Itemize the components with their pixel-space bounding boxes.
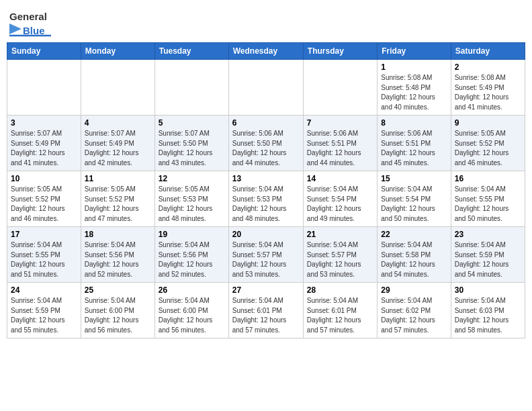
day-info: Sunrise: 5:04 AMSunset: 6:01 PMDaylight:… [307, 296, 373, 335]
calendar-cell: 4Sunrise: 5:07 AMSunset: 5:49 PMDaylight… [81, 116, 154, 171]
calendar-cell: 26Sunrise: 5:04 AMSunset: 6:00 PMDayligh… [154, 283, 228, 338]
weekday-header-wednesday: Wednesday [228, 43, 303, 60]
calendar-cell: 1Sunrise: 5:08 AMSunset: 5:48 PMDaylight… [378, 60, 451, 116]
page-header: General Blue [7, 7, 525, 37]
calendar-cell: 11Sunrise: 5:05 AMSunset: 5:52 PMDayligh… [81, 171, 154, 227]
logo: General Blue [9, 7, 56, 37]
day-info: Sunrise: 5:04 AMSunset: 5:58 PMDaylight:… [381, 240, 447, 279]
day-number: 27 [232, 285, 300, 295]
day-info: Sunrise: 5:06 AMSunset: 5:51 PMDaylight:… [381, 129, 447, 168]
day-info: Sunrise: 5:04 AMSunset: 6:03 PMDaylight:… [455, 296, 521, 335]
day-number: 12 [159, 174, 225, 183]
day-number: 23 [455, 230, 521, 239]
calendar-cell: 21Sunrise: 5:04 AMSunset: 5:57 PMDayligh… [303, 227, 377, 283]
calendar: SundayMondayTuesdayWednesdayThursdayFrid… [7, 42, 525, 338]
day-number: 18 [85, 230, 151, 239]
calendar-cell: 15Sunrise: 5:04 AMSunset: 5:54 PMDayligh… [378, 171, 451, 227]
svg-marker-1 [9, 24, 21, 34]
day-info: Sunrise: 5:07 AMSunset: 5:49 PMDaylight:… [11, 129, 77, 168]
day-info: Sunrise: 5:04 AMSunset: 5:57 PMDaylight:… [232, 240, 300, 279]
calendar-cell: 16Sunrise: 5:04 AMSunset: 5:55 PMDayligh… [451, 171, 525, 227]
day-number: 29 [381, 285, 447, 295]
week-row-4: 17Sunrise: 5:04 AMSunset: 5:55 PMDayligh… [7, 227, 525, 283]
day-info: Sunrise: 5:04 AMSunset: 5:56 PMDaylight:… [159, 240, 225, 279]
day-number: 3 [11, 118, 77, 128]
calendar-cell [7, 60, 81, 116]
day-info: Sunrise: 5:07 AMSunset: 5:49 PMDaylight:… [85, 129, 151, 168]
day-number: 19 [159, 230, 225, 239]
calendar-cell: 27Sunrise: 5:04 AMSunset: 6:01 PMDayligh… [228, 283, 303, 338]
calendar-cell: 19Sunrise: 5:04 AMSunset: 5:56 PMDayligh… [154, 227, 228, 283]
day-info: Sunrise: 5:04 AMSunset: 5:59 PMDaylight:… [455, 240, 521, 279]
day-number: 10 [11, 174, 77, 183]
calendar-cell: 30Sunrise: 5:04 AMSunset: 6:03 PMDayligh… [451, 283, 525, 338]
day-number: 1 [381, 62, 447, 72]
weekday-header-tuesday: Tuesday [154, 43, 228, 60]
day-info: Sunrise: 5:05 AMSunset: 5:53 PMDaylight:… [159, 185, 225, 224]
week-row-2: 3Sunrise: 5:07 AMSunset: 5:49 PMDaylight… [7, 116, 525, 171]
day-number: 6 [232, 118, 300, 128]
calendar-cell: 10Sunrise: 5:05 AMSunset: 5:52 PMDayligh… [7, 171, 81, 227]
day-number: 24 [11, 285, 77, 295]
day-number: 4 [85, 118, 151, 128]
day-number: 9 [455, 118, 521, 128]
calendar-cell [81, 60, 154, 116]
day-info: Sunrise: 5:04 AMSunset: 5:53 PMDaylight:… [232, 185, 300, 224]
calendar-cell: 7Sunrise: 5:06 AMSunset: 5:51 PMDaylight… [303, 116, 377, 171]
day-number: 13 [232, 174, 300, 183]
calendar-cell: 14Sunrise: 5:04 AMSunset: 5:54 PMDayligh… [303, 171, 377, 227]
calendar-cell: 25Sunrise: 5:04 AMSunset: 6:00 PMDayligh… [81, 283, 154, 338]
day-number: 16 [455, 174, 521, 183]
weekday-header-friday: Friday [378, 43, 451, 60]
calendar-cell: 6Sunrise: 5:06 AMSunset: 5:50 PMDaylight… [228, 116, 303, 171]
day-info: Sunrise: 5:06 AMSunset: 5:50 PMDaylight:… [232, 129, 300, 168]
day-info: Sunrise: 5:05 AMSunset: 5:52 PMDaylight:… [455, 129, 521, 168]
day-info: Sunrise: 5:06 AMSunset: 5:51 PMDaylight:… [307, 129, 373, 168]
calendar-cell: 29Sunrise: 5:04 AMSunset: 6:02 PMDayligh… [378, 283, 451, 338]
calendar-cell: 28Sunrise: 5:04 AMSunset: 6:01 PMDayligh… [303, 283, 377, 338]
day-number: 2 [455, 62, 521, 72]
day-number: 25 [85, 285, 151, 295]
calendar-cell: 22Sunrise: 5:04 AMSunset: 5:58 PMDayligh… [378, 227, 451, 283]
calendar-cell: 13Sunrise: 5:04 AMSunset: 5:53 PMDayligh… [228, 171, 303, 227]
day-info: Sunrise: 5:04 AMSunset: 6:00 PMDaylight:… [159, 296, 225, 335]
day-info: Sunrise: 5:04 AMSunset: 5:54 PMDaylight:… [307, 185, 373, 224]
weekday-header-saturday: Saturday [451, 43, 525, 60]
day-info: Sunrise: 5:04 AMSunset: 6:02 PMDaylight:… [381, 296, 447, 335]
day-info: Sunrise: 5:05 AMSunset: 5:52 PMDaylight:… [11, 185, 77, 224]
day-info: Sunrise: 5:04 AMSunset: 5:55 PMDaylight:… [455, 185, 521, 224]
week-row-5: 24Sunrise: 5:04 AMSunset: 5:59 PMDayligh… [7, 283, 525, 338]
day-number: 28 [307, 285, 373, 295]
day-number: 21 [307, 230, 373, 239]
day-number: 22 [381, 230, 447, 239]
weekday-header-monday: Monday [81, 43, 154, 60]
calendar-cell: 17Sunrise: 5:04 AMSunset: 5:55 PMDayligh… [7, 227, 81, 283]
day-number: 15 [381, 174, 447, 183]
calendar-cell: 5Sunrise: 5:07 AMSunset: 5:50 PMDaylight… [154, 116, 228, 171]
day-info: Sunrise: 5:04 AMSunset: 5:56 PMDaylight:… [85, 240, 151, 279]
weekday-header-sunday: Sunday [7, 43, 81, 60]
day-number: 5 [159, 118, 225, 128]
svg-text:Blue: Blue [23, 25, 45, 36]
day-number: 30 [455, 285, 521, 295]
calendar-cell: 9Sunrise: 5:05 AMSunset: 5:52 PMDaylight… [451, 116, 525, 171]
day-info: Sunrise: 5:04 AMSunset: 5:54 PMDaylight:… [381, 185, 447, 224]
day-info: Sunrise: 5:07 AMSunset: 5:50 PMDaylight:… [159, 129, 225, 168]
weekday-header-thursday: Thursday [303, 43, 377, 60]
svg-text:General: General [9, 11, 47, 22]
day-info: Sunrise: 5:04 AMSunset: 5:57 PMDaylight:… [307, 240, 373, 279]
calendar-cell [228, 60, 303, 116]
day-number: 26 [159, 285, 225, 295]
week-row-3: 10Sunrise: 5:05 AMSunset: 5:52 PMDayligh… [7, 171, 525, 227]
day-number: 7 [307, 118, 373, 128]
calendar-cell: 12Sunrise: 5:05 AMSunset: 5:53 PMDayligh… [154, 171, 228, 227]
day-info: Sunrise: 5:04 AMSunset: 6:01 PMDaylight:… [232, 296, 300, 335]
day-info: Sunrise: 5:08 AMSunset: 5:48 PMDaylight:… [381, 73, 447, 112]
day-info: Sunrise: 5:04 AMSunset: 5:59 PMDaylight:… [11, 296, 77, 335]
day-info: Sunrise: 5:04 AMSunset: 6:00 PMDaylight:… [85, 296, 151, 335]
calendar-cell [154, 60, 228, 116]
weekday-header-row: SundayMondayTuesdayWednesdayThursdayFrid… [7, 43, 525, 60]
calendar-cell: 20Sunrise: 5:04 AMSunset: 5:57 PMDayligh… [228, 227, 303, 283]
calendar-cell: 8Sunrise: 5:06 AMSunset: 5:51 PMDaylight… [378, 116, 451, 171]
calendar-cell: 2Sunrise: 5:08 AMSunset: 5:49 PMDaylight… [451, 60, 525, 116]
